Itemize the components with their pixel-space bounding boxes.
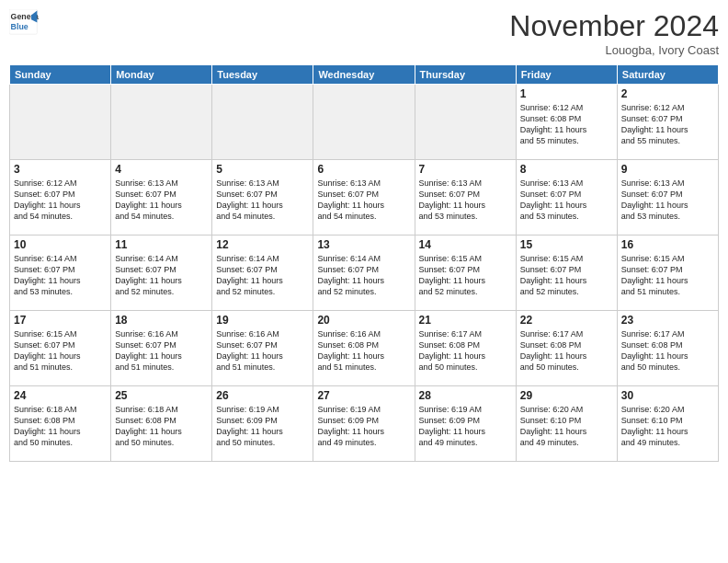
day-info: Sunrise: 6:17 AMSunset: 6:08 PMDaylight:… [419,328,512,373]
day-number: 9 [621,163,714,176]
weekday-monday: Monday [111,65,212,85]
day-number: 4 [115,163,208,176]
day-cell [111,85,212,160]
day-number: 10 [14,238,107,251]
day-number: 22 [520,314,613,327]
day-cell: 1Sunrise: 6:12 AMSunset: 6:08 PMDaylight… [516,85,617,160]
weekday-friday: Friday [516,65,617,85]
day-number: 18 [115,314,208,327]
day-info: Sunrise: 6:15 AMSunset: 6:07 PMDaylight:… [621,253,714,298]
day-number: 27 [317,389,410,402]
day-info: Sunrise: 6:12 AMSunset: 6:08 PMDaylight:… [520,102,613,147]
day-cell: 16Sunrise: 6:15 AMSunset: 6:07 PMDayligh… [617,236,718,311]
day-cell: 28Sunrise: 6:19 AMSunset: 6:09 PMDayligh… [415,386,516,462]
day-info: Sunrise: 6:13 AMSunset: 6:07 PMDaylight:… [520,178,613,223]
day-number: 21 [419,314,512,327]
day-cell: 25Sunrise: 6:18 AMSunset: 6:08 PMDayligh… [111,386,212,462]
week-row-2: 3Sunrise: 6:12 AMSunset: 6:07 PMDaylight… [10,160,719,236]
day-info: Sunrise: 6:14 AMSunset: 6:07 PMDaylight:… [115,253,208,298]
day-info: Sunrise: 6:15 AMSunset: 6:07 PMDaylight:… [419,253,512,298]
day-info: Sunrise: 6:16 AMSunset: 6:08 PMDaylight:… [317,328,410,373]
week-row-5: 24Sunrise: 6:18 AMSunset: 6:08 PMDayligh… [10,386,719,462]
day-number: 30 [621,389,714,402]
day-cell: 27Sunrise: 6:19 AMSunset: 6:09 PMDayligh… [313,386,415,462]
day-number: 20 [317,314,410,327]
day-info: Sunrise: 6:13 AMSunset: 6:07 PMDaylight:… [419,178,512,223]
day-info: Sunrise: 6:19 AMSunset: 6:09 PMDaylight:… [317,404,410,449]
day-number: 3 [14,163,107,176]
day-cell: 7Sunrise: 6:13 AMSunset: 6:07 PMDaylight… [415,160,516,236]
calendar: SundayMondayTuesdayWednesdayThursdayFrid… [9,64,719,462]
day-cell: 14Sunrise: 6:15 AMSunset: 6:07 PMDayligh… [415,236,516,311]
weekday-sunday: Sunday [10,65,111,85]
day-cell: 15Sunrise: 6:15 AMSunset: 6:07 PMDayligh… [516,236,617,311]
day-cell: 6Sunrise: 6:13 AMSunset: 6:07 PMDaylight… [313,160,415,236]
header: General Blue November 2024 Louogba, Ivor… [9,9,719,57]
day-info: Sunrise: 6:20 AMSunset: 6:10 PMDaylight:… [621,404,714,449]
day-info: Sunrise: 6:15 AMSunset: 6:07 PMDaylight:… [14,328,107,373]
day-cell: 30Sunrise: 6:20 AMSunset: 6:10 PMDayligh… [617,386,718,462]
day-number: 25 [115,389,208,402]
day-info: Sunrise: 6:19 AMSunset: 6:09 PMDaylight:… [216,404,309,449]
day-cell: 11Sunrise: 6:14 AMSunset: 6:07 PMDayligh… [111,236,212,311]
day-number: 13 [317,238,410,251]
day-info: Sunrise: 6:13 AMSunset: 6:07 PMDaylight:… [216,178,309,223]
day-number: 2 [621,87,714,100]
month-title: November 2024 [509,9,719,43]
weekday-saturday: Saturday [617,65,718,85]
day-cell: 23Sunrise: 6:17 AMSunset: 6:08 PMDayligh… [617,311,718,386]
day-info: Sunrise: 6:20 AMSunset: 6:10 PMDaylight:… [520,404,613,449]
day-cell: 22Sunrise: 6:17 AMSunset: 6:08 PMDayligh… [516,311,617,386]
day-cell: 20Sunrise: 6:16 AMSunset: 6:08 PMDayligh… [313,311,415,386]
day-number: 11 [115,238,208,251]
week-row-3: 10Sunrise: 6:14 AMSunset: 6:07 PMDayligh… [10,236,719,311]
day-cell: 13Sunrise: 6:14 AMSunset: 6:07 PMDayligh… [313,236,415,311]
day-cell: 3Sunrise: 6:12 AMSunset: 6:07 PMDaylight… [10,160,111,236]
day-cell [313,85,415,160]
day-cell: 18Sunrise: 6:16 AMSunset: 6:07 PMDayligh… [111,311,212,386]
day-number: 6 [317,163,410,176]
day-info: Sunrise: 6:18 AMSunset: 6:08 PMDaylight:… [14,404,107,449]
day-number: 29 [520,389,613,402]
location: Louogba, Ivory Coast [509,43,719,57]
day-cell: 29Sunrise: 6:20 AMSunset: 6:10 PMDayligh… [516,386,617,462]
day-info: Sunrise: 6:16 AMSunset: 6:07 PMDaylight:… [115,328,208,373]
day-number: 26 [216,389,309,402]
day-info: Sunrise: 6:12 AMSunset: 6:07 PMDaylight:… [621,102,714,147]
day-number: 7 [419,163,512,176]
day-info: Sunrise: 6:13 AMSunset: 6:07 PMDaylight:… [621,178,714,223]
day-number: 28 [419,389,512,402]
day-cell: 24Sunrise: 6:18 AMSunset: 6:08 PMDayligh… [10,386,111,462]
day-info: Sunrise: 6:14 AMSunset: 6:07 PMDaylight:… [14,253,107,298]
day-number: 12 [216,238,309,251]
day-cell: 9Sunrise: 6:13 AMSunset: 6:07 PMDaylight… [617,160,718,236]
day-info: Sunrise: 6:15 AMSunset: 6:07 PMDaylight:… [520,253,613,298]
day-cell [415,85,516,160]
day-info: Sunrise: 6:13 AMSunset: 6:07 PMDaylight:… [115,178,208,223]
day-info: Sunrise: 6:12 AMSunset: 6:07 PMDaylight:… [14,178,107,223]
day-number: 8 [520,163,613,176]
day-cell: 26Sunrise: 6:19 AMSunset: 6:09 PMDayligh… [212,386,313,462]
svg-text:Blue: Blue [11,22,28,31]
page: General Blue November 2024 Louogba, Ivor… [0,0,728,563]
weekday-header-row: SundayMondayTuesdayWednesdayThursdayFrid… [10,65,719,85]
day-cell: 8Sunrise: 6:13 AMSunset: 6:07 PMDaylight… [516,160,617,236]
week-row-1: 1Sunrise: 6:12 AMSunset: 6:08 PMDaylight… [10,85,719,160]
day-number: 14 [419,238,512,251]
weekday-tuesday: Tuesday [212,65,313,85]
day-cell: 19Sunrise: 6:16 AMSunset: 6:07 PMDayligh… [212,311,313,386]
day-cell: 21Sunrise: 6:17 AMSunset: 6:08 PMDayligh… [415,311,516,386]
day-number: 16 [621,238,714,251]
day-cell: 12Sunrise: 6:14 AMSunset: 6:07 PMDayligh… [212,236,313,311]
day-info: Sunrise: 6:14 AMSunset: 6:07 PMDaylight:… [317,253,410,298]
day-number: 15 [520,238,613,251]
day-cell: 4Sunrise: 6:13 AMSunset: 6:07 PMDaylight… [111,160,212,236]
day-number: 23 [621,314,714,327]
day-cell [212,85,313,160]
day-info: Sunrise: 6:16 AMSunset: 6:07 PMDaylight:… [216,328,309,373]
day-cell: 17Sunrise: 6:15 AMSunset: 6:07 PMDayligh… [10,311,111,386]
weekday-thursday: Thursday [415,65,516,85]
day-cell [10,85,111,160]
logo-icon: General Blue [9,9,39,35]
day-number: 1 [520,87,613,100]
